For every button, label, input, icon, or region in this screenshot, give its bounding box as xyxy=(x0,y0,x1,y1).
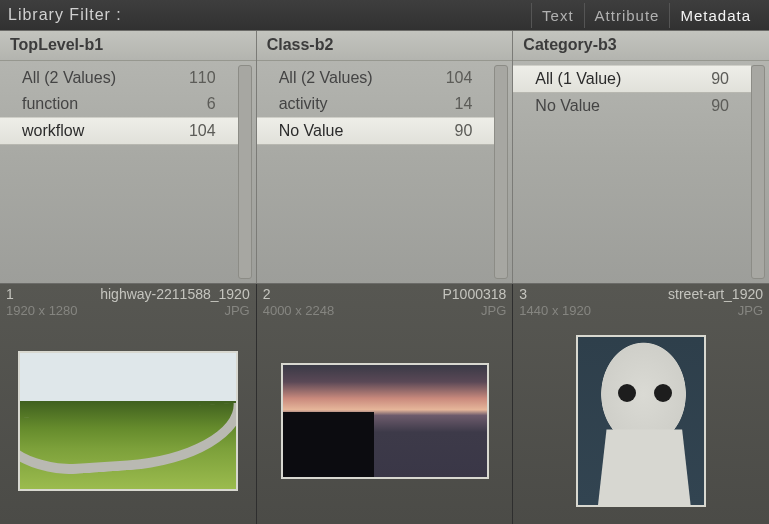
item-label: workflow xyxy=(22,122,84,140)
list-item[interactable]: No Value 90 xyxy=(257,117,495,145)
thumbnail-cell[interactable]: 1 highway-2211588_1920 1920 x 1280 JPG xyxy=(0,284,257,524)
item-label: No Value xyxy=(535,97,600,115)
list-item[interactable]: function 6 xyxy=(0,91,238,117)
thumbnail-image[interactable] xyxy=(18,351,238,491)
item-label: function xyxy=(22,95,78,113)
item-count: 104 xyxy=(446,69,473,87)
thumb-filetype: JPG xyxy=(481,303,506,318)
thumbnail-cell[interactable]: 2 P1000318 4000 x 2248 JPG xyxy=(257,284,514,524)
item-label: All (2 Values) xyxy=(279,69,373,87)
list-item[interactable]: All (2 Values) 104 xyxy=(257,65,495,91)
tab-metadata[interactable]: Metadata xyxy=(669,3,761,28)
list-item[interactable]: activity 14 xyxy=(257,91,495,117)
metadata-filter-panels: TopLevel-b1 All (2 Values) 110 function … xyxy=(0,30,769,284)
thumbnail-image[interactable] xyxy=(281,363,489,479)
thumb-wrap xyxy=(519,318,763,524)
thumbnail-grid: 1 highway-2211588_1920 1920 x 1280 JPG 2… xyxy=(0,284,769,524)
filter-title: Library Filter : xyxy=(8,6,531,24)
list-item[interactable]: workflow 104 xyxy=(0,117,238,145)
scrollbar[interactable] xyxy=(494,65,508,279)
list-item[interactable]: No Value 90 xyxy=(513,93,751,119)
thumb-wrap xyxy=(6,318,250,524)
thumbnail-image[interactable] xyxy=(576,335,706,507)
scrollbar[interactable] xyxy=(751,65,765,279)
filter-list: All (2 Values) 104 activity 14 No Value … xyxy=(257,61,495,283)
item-count: 90 xyxy=(455,122,473,140)
filter-bar: Library Filter : Text Attribute Metadata xyxy=(0,0,769,30)
panel-header[interactable]: Category-b3 xyxy=(513,31,769,61)
list-item[interactable]: All (2 Values) 110 xyxy=(0,65,238,91)
item-count: 90 xyxy=(711,97,729,115)
item-label: No Value xyxy=(279,122,344,140)
panel-toplevel: TopLevel-b1 All (2 Values) 110 function … xyxy=(0,31,257,283)
thumb-filetype: JPG xyxy=(224,303,249,318)
thumb-dimensions: 1920 x 1280 xyxy=(6,303,78,318)
thumb-index: 2 xyxy=(263,286,271,302)
tab-text[interactable]: Text xyxy=(531,3,584,28)
item-count: 104 xyxy=(189,122,216,140)
thumb-filename: street-art_1920 xyxy=(668,286,763,302)
item-label: All (2 Values) xyxy=(22,69,116,87)
item-count: 110 xyxy=(189,69,216,87)
thumb-filetype: JPG xyxy=(738,303,763,318)
filter-list: All (1 Value) 90 No Value 90 xyxy=(513,61,751,283)
item-count: 14 xyxy=(455,95,473,113)
thumb-filename: P1000318 xyxy=(443,286,507,302)
panel-class: Class-b2 All (2 Values) 104 activity 14 … xyxy=(257,31,514,283)
list-item[interactable]: All (1 Value) 90 xyxy=(513,65,751,93)
thumbnail-cell[interactable]: 3 street-art_1920 1440 x 1920 JPG xyxy=(513,284,769,524)
thumb-index: 1 xyxy=(6,286,14,302)
scrollbar[interactable] xyxy=(238,65,252,279)
thumb-dimensions: 4000 x 2248 xyxy=(263,303,335,318)
tab-attribute[interactable]: Attribute xyxy=(584,3,670,28)
thumb-filename: highway-2211588_1920 xyxy=(100,286,249,302)
filter-list: All (2 Values) 110 function 6 workflow 1… xyxy=(0,61,238,283)
thumb-wrap xyxy=(263,318,507,524)
item-label: activity xyxy=(279,95,328,113)
panel-header[interactable]: Class-b2 xyxy=(257,31,513,61)
item-count: 6 xyxy=(207,95,216,113)
item-count: 90 xyxy=(711,70,729,88)
item-label: All (1 Value) xyxy=(535,70,621,88)
panel-header[interactable]: TopLevel-b1 xyxy=(0,31,256,61)
thumb-index: 3 xyxy=(519,286,527,302)
panel-category: Category-b3 All (1 Value) 90 No Value 90 xyxy=(513,31,769,283)
thumb-dimensions: 1440 x 1920 xyxy=(519,303,591,318)
